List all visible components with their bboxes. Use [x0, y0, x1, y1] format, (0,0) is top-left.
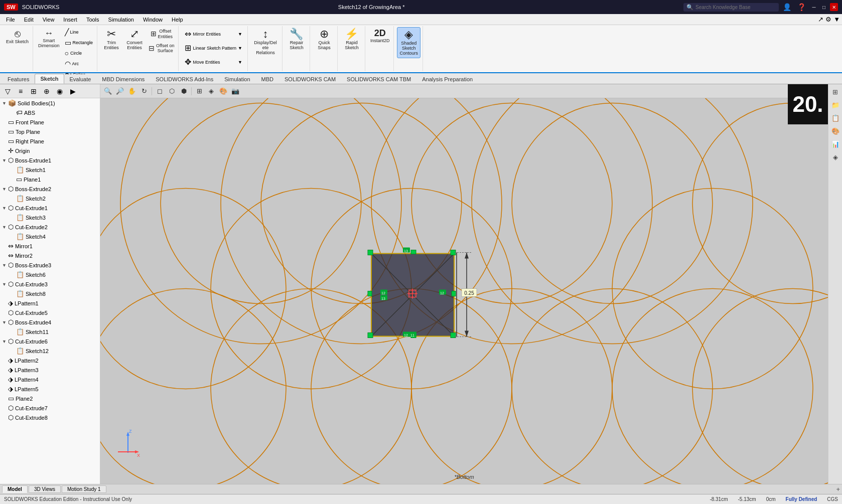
- tab-features[interactable]: Features: [2, 74, 35, 84]
- arc-button[interactable]: ◠Arc: [63, 59, 95, 69]
- shaded-edges-button[interactable]: ⬢: [178, 86, 189, 97]
- menu-edit[interactable]: Edit: [20, 16, 38, 24]
- tree-lpattern1[interactable]: ⬗ LPattern1: [0, 298, 100, 308]
- viewport-right-resize[interactable]: [826, 84, 828, 484]
- tab-mbd-dimensions[interactable]: MBD Dimensions: [96, 74, 150, 84]
- expand-cut-extrude1[interactable]: ▼: [2, 206, 8, 211]
- tree-top-plane[interactable]: ▭ Top Plane: [0, 127, 100, 136]
- tree-mirror1[interactable]: ⇔ Mirror1: [0, 241, 100, 251]
- tree-solid-bodies[interactable]: ▼ 📦 Solid Bodies(1): [0, 98, 100, 108]
- tree-cut-extrude5[interactable]: ⬡ Cut-Extrude5: [0, 308, 100, 317]
- line-button[interactable]: ╱Line: [63, 27, 95, 37]
- tree-sketch12[interactable]: 📋 Sketch12: [0, 346, 100, 356]
- tab-evaluate[interactable]: Evaluate: [64, 74, 97, 84]
- tree-sketch11[interactable]: 📋 Sketch11: [0, 327, 100, 337]
- expand-solid-bodies[interactable]: ▼: [2, 101, 8, 106]
- handle-top-mid[interactable]: [411, 250, 416, 254]
- trim-entities-button[interactable]: ✂ TrimEntities: [100, 27, 122, 52]
- panel-search-button[interactable]: ⊕: [41, 86, 52, 97]
- btab-motion-study-1[interactable]: Motion Study 1: [62, 485, 106, 493]
- search-input[interactable]: [695, 5, 776, 10]
- tree-lpattern4[interactable]: ⬗ LPattern4: [0, 375, 100, 384]
- tree-cut-extrude1[interactable]: ▼ ⬡ Cut-Extrude1: [0, 203, 100, 213]
- handle-bl[interactable]: [368, 333, 373, 338]
- tab-solidworks-cam[interactable]: SOLIDWORKS CAM: [279, 74, 341, 84]
- help-icon[interactable]: ❓: [795, 3, 808, 11]
- rotate-button[interactable]: ↻: [138, 86, 150, 97]
- handle-left-mid[interactable]: [368, 291, 372, 296]
- tree-boss-extrude3[interactable]: ▼ ⬡ Boss-Extrude3: [0, 260, 100, 270]
- tab-simulation[interactable]: Simulation: [219, 74, 255, 84]
- expand-cut-extrude3[interactable]: ▼: [2, 282, 8, 287]
- exit-sketch-button[interactable]: ⎋ Exit Sketch: [4, 27, 31, 46]
- handle-right-mid[interactable]: [452, 291, 456, 296]
- tree-right-plane[interactable]: ▭ Right Plane: [0, 136, 100, 146]
- menu-simulation[interactable]: Simulation: [104, 16, 138, 24]
- zoom-to-fit-button[interactable]: 🔍: [102, 86, 113, 97]
- linear-sketch-pattern-button[interactable]: ⊞ Linear Sketch Pattern ▼: [182, 41, 245, 55]
- view-orientation-button[interactable]: ⊞: [194, 86, 205, 97]
- zoom-in-button[interactable]: 🔎: [114, 86, 125, 97]
- quick-snaps-button[interactable]: ⊕ QuickSnaps: [313, 27, 335, 52]
- tree-origin[interactable]: ✛ Origin: [0, 146, 100, 155]
- tree-lpattern5[interactable]: ⬗ LPattern5: [0, 384, 100, 394]
- toolbar-gear-icon[interactable]: ▼: [833, 16, 840, 23]
- mirror-dropdown-icon[interactable]: ▼: [238, 32, 242, 37]
- move-entities-button[interactable]: ✥ Move Entities ▼: [182, 55, 245, 69]
- tab-analysis-preparation[interactable]: Analysis Preparation: [416, 74, 478, 84]
- add-motion-study-button[interactable]: +: [836, 485, 840, 493]
- tree-cut-extrude6[interactable]: ▼ ⬡ Cut-Extrude6: [0, 337, 100, 346]
- menu-insert[interactable]: Insert: [59, 16, 81, 24]
- rapid-sketch-button[interactable]: ⚡ RapidSketch: [341, 27, 363, 52]
- shaded-sketch-contours-button[interactable]: ◈ ShadedSketchContours: [397, 27, 420, 58]
- repair-sketch-button[interactable]: 🔧 RepairSketch: [286, 27, 308, 52]
- toolbar-expand-icon[interactable]: ↗: [818, 16, 823, 23]
- linear-dropdown-icon[interactable]: ▼: [238, 46, 242, 51]
- panel-more-button[interactable]: ▶: [67, 86, 78, 97]
- expand-boss-extrude4[interactable]: ▼: [2, 320, 8, 325]
- tree-sketch6[interactable]: 📋 Sketch6: [0, 270, 100, 279]
- menu-file[interactable]: File: [2, 16, 19, 24]
- offset-entities-button[interactable]: ⊞ OffsetEntities: [147, 27, 176, 41]
- shaded-button[interactable]: ⬡: [166, 86, 177, 97]
- convert-entities-button[interactable]: ⤢ ConvertEntities: [123, 27, 146, 52]
- tree-plane2[interactable]: ▭ Plane2: [0, 394, 100, 403]
- rectangle-button[interactable]: ▭Rectangle: [63, 38, 95, 48]
- tree-boss-extrude1[interactable]: ▼ ⬡ Boss-Extrude1: [0, 155, 100, 165]
- expand-boss-extrude2[interactable]: ▼: [2, 187, 8, 192]
- move-dropdown-icon[interactable]: ▼: [238, 60, 242, 65]
- maximize-button[interactable]: □: [820, 3, 828, 11]
- display-style-button[interactable]: ◈: [206, 86, 217, 97]
- tree-sketch8[interactable]: 📋 Sketch8: [0, 289, 100, 298]
- tree-mirror2[interactable]: ⇔ Mirror2: [0, 251, 100, 260]
- user-icon[interactable]: 👤: [781, 3, 793, 11]
- menu-window[interactable]: Window: [139, 16, 167, 24]
- circle-button[interactable]: ○Circle: [63, 48, 95, 58]
- menu-tools[interactable]: Tools: [82, 16, 103, 24]
- toolbar-settings-icon[interactable]: ⚙: [825, 16, 831, 23]
- tree-abs[interactable]: 🏷 ABS: [0, 108, 100, 117]
- display-delete-relations-button[interactable]: ↕ Display/DeleteRelations: [251, 27, 280, 57]
- scene-button[interactable]: 📷: [230, 86, 241, 97]
- tree-lpattern2[interactable]: ⬗ LPattern2: [0, 356, 100, 365]
- tree-lpattern3[interactable]: ⬗ LPattern3: [0, 365, 100, 375]
- menu-view[interactable]: View: [39, 16, 59, 24]
- tab-solidworks-cam-tbm[interactable]: SOLIDWORKS CAM TBM: [341, 74, 416, 84]
- tree-plane1[interactable]: ▭ Plane1: [0, 175, 100, 184]
- panel-grid-button[interactable]: ⊞: [28, 86, 39, 97]
- tree-cut-extrude3[interactable]: ▼ ⬡ Cut-Extrude3: [0, 279, 100, 289]
- tree-cut-extrude7[interactable]: ⬡ Cut-Extrude7: [0, 403, 100, 413]
- btab-3d-views[interactable]: 3D Views: [29, 485, 61, 493]
- offset-surface-button[interactable]: ⊟ Offset onSurface: [147, 42, 176, 56]
- tab-mbd[interactable]: MBD: [256, 74, 279, 84]
- menu-help[interactable]: Help: [168, 16, 187, 24]
- appearance-button[interactable]: 🎨: [218, 86, 229, 97]
- tab-solidworks-addins[interactable]: SOLIDWORKS Add-Ins: [150, 74, 219, 84]
- expand-boss-extrude3[interactable]: ▼: [2, 263, 8, 268]
- tree-boss-extrude2[interactable]: ▼ ⬡ Boss-Extrude2: [0, 184, 100, 194]
- close-button[interactable]: ✕: [830, 3, 838, 11]
- viewport[interactable]: 🔍 🔎 ✋ ↻ ◻ ⬡ ⬢ ⊞ ◈ 🎨 📷: [100, 84, 828, 484]
- tree-sketch4[interactable]: 📋 Sketch4: [0, 232, 100, 241]
- tree-sketch2[interactable]: 📋 Sketch2: [0, 194, 100, 203]
- filter-button[interactable]: ▽: [2, 86, 13, 97]
